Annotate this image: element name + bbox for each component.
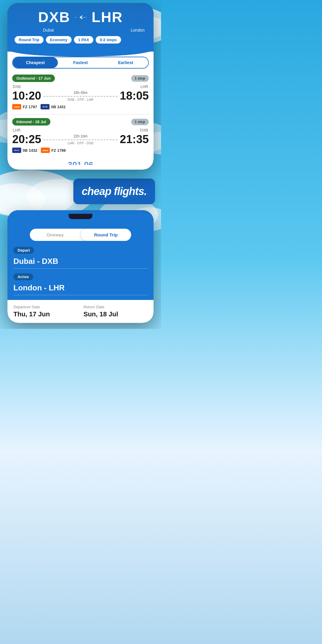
destination-code: LHR — [92, 9, 123, 25]
cheap-flights-banner: cheap flights. — [73, 179, 155, 204]
arrive-label-tag: Arrive — [13, 273, 33, 280]
inbound-stop-badge: 1 stop — [131, 119, 149, 125]
outbound-depart-time: 10:20 — [12, 89, 41, 102]
arrive-field[interactable]: Arrive London - LHR — [13, 273, 148, 295]
destination-city: London — [80, 28, 145, 32]
inbound-via: LHR - OTP - DXB — [44, 141, 117, 145]
inbound-airline1: BLUE 0B 1432 — [12, 148, 37, 153]
price-preview: 301 06 — [12, 158, 149, 165]
return-date-label: Return Date — [83, 305, 148, 309]
round-trip-option[interactable]: Round Trip — [80, 229, 131, 241]
filter-tabs: Cheapest Fastest Earliest — [12, 57, 149, 69]
outbound-origin-airport: DXB — [13, 84, 21, 89]
inbound-route-info: 22h 10m LHR - OTP - DXB — [41, 134, 120, 145]
return-date-field[interactable]: Return Date Sun, 18 Jul — [83, 305, 148, 318]
dates-row: Departure Date Thu, 17 Jun Return Date S… — [7, 300, 154, 323]
inbound-dest-airport: DXB — [140, 128, 148, 132]
oneway-option[interactable]: Oneway — [30, 229, 80, 241]
departure-date-value: Thu, 17 Jun — [13, 310, 50, 318]
phone-1: DXB LHR — [7, 3, 154, 170]
phone-2: Oneway Round Trip Depart Dubai - DXB Arr… — [7, 210, 154, 323]
inbound-duration: 22h 10m — [44, 134, 117, 138]
inbound-airlines: BLUE 0B 1432 dubai FZ 1798 — [12, 148, 149, 153]
outbound-dest-airport: LHR — [140, 84, 148, 89]
inbound-depart-time: 20:25 — [12, 133, 41, 146]
dashed-line-2 — [44, 140, 117, 140]
outbound-airlines: dubai FZ 1797 BLUE 0B 1431 — [12, 104, 149, 109]
airplane-icon — [75, 14, 87, 21]
inbound-label: Inbound - 18 Jul — [12, 118, 50, 126]
depart-field[interactable]: Depart Dubai - DXB — [13, 247, 148, 269]
outbound-flight-card: Outbound - 17 Jun 1 stop DXB LHR 10:20 1… — [12, 75, 149, 109]
dubai-logo-1: dubai — [12, 104, 21, 109]
cabin-tag[interactable]: Economy — [46, 36, 72, 44]
return-date-value: Sun, 18 Jul — [83, 310, 118, 318]
inbound-flight-card: Inbound - 18 Jul 1 stop LHR DXB 20:25 22… — [12, 118, 149, 153]
middle-section: cheap flights. — [0, 170, 161, 210]
arrive-divider — [13, 295, 148, 295]
arrive-value: London - LHR — [13, 282, 148, 295]
tab-earliest[interactable]: Earliest — [103, 57, 148, 68]
outbound-stop-badge: 1 stop — [131, 75, 149, 82]
inbound-origin-airport: LHR — [13, 128, 21, 132]
depart-divider — [13, 268, 148, 269]
inbound-airline2: dubai FZ 1798 — [41, 148, 66, 153]
depart-value: Dubai - DXB — [13, 256, 148, 268]
dashed-line — [44, 96, 117, 97]
outbound-route-info: 10h 45m DXB - OTP - LHR — [41, 91, 120, 101]
outbound-via: DXB - OTP - LHR — [44, 98, 117, 101]
cheap-flights-text: cheap flights. — [82, 185, 147, 198]
segment-divider — [12, 114, 149, 114]
pax-tag[interactable]: 1 PAX — [74, 36, 93, 44]
outbound-airline2: BLUE 0B 1431 — [41, 104, 66, 109]
outbound-duration: 10h 45m — [44, 91, 117, 95]
origin-city: Dubai — [16, 28, 80, 32]
blue-logo-1: BLUE — [41, 104, 49, 109]
notch — [69, 214, 92, 219]
origin-code: DXB — [38, 9, 70, 25]
dubai-logo-2: dubai — [41, 148, 50, 153]
outbound-label: Outbound - 17 Jun — [12, 75, 55, 82]
departure-date-field[interactable]: Departure Date Thu, 17 Jun — [13, 305, 78, 318]
departure-date-label: Departure Date — [13, 305, 78, 309]
tab-fastest[interactable]: Fastest — [58, 57, 103, 68]
trip-type-toggle[interactable]: Oneway Round Trip — [30, 229, 131, 241]
inbound-arrive-time: 21:35 — [120, 133, 149, 146]
notch-bar — [7, 210, 154, 219]
outbound-arrive-time: 18:05 — [120, 89, 149, 102]
outbound-airline1: dubai FZ 1797 — [12, 104, 37, 109]
tab-cheapest[interactable]: Cheapest — [13, 57, 58, 68]
depart-label-tag: Depart — [13, 247, 34, 254]
blue-logo-2: BLUE — [12, 148, 21, 153]
trip-type-tag[interactable]: Round Trip — [15, 36, 44, 44]
stops-tag[interactable]: 0-2 stops — [96, 36, 121, 44]
search-form: Depart Dubai - DXB Arrive London - LHR — [7, 241, 154, 295]
